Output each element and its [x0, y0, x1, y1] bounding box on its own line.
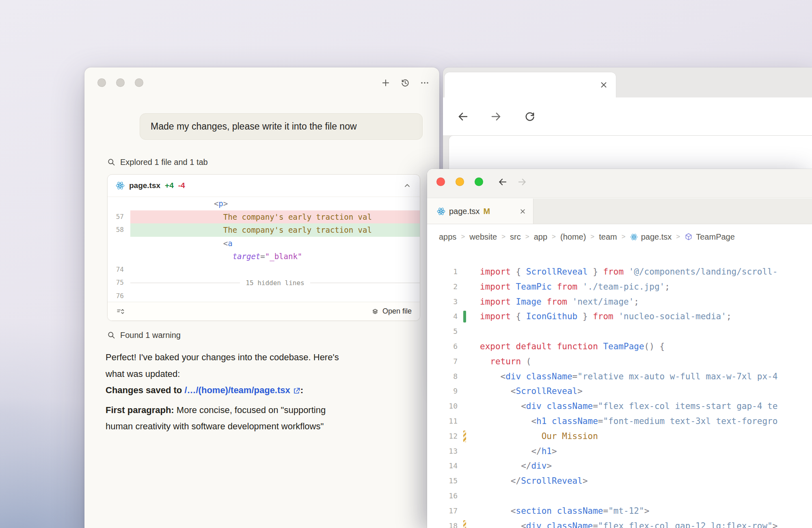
- claude-zoom-button[interactable]: [135, 78, 143, 87]
- history-button[interactable]: [400, 78, 410, 88]
- code-text: import { ScrollReveal } from '@/componen…: [480, 264, 777, 279]
- code-line: 17 <section className="mt-12">: [427, 504, 812, 519]
- line-number: 10: [427, 399, 458, 414]
- gutter: [458, 474, 480, 489]
- diff-card-header[interactable]: page.tsx +4 -4: [108, 175, 420, 197]
- response-line: what was updated:: [106, 366, 400, 383]
- editor-titlebar[interactable]: [427, 169, 812, 198]
- diff-line-code: The company's early traction val: [130, 223, 420, 237]
- diff-line: <p>: [108, 197, 420, 210]
- first-paragraph-label: First paragraph:: [106, 405, 174, 415]
- search-icon: [107, 158, 116, 167]
- browser-tab-close-button[interactable]: [599, 80, 609, 90]
- code-text: return (: [480, 354, 531, 369]
- editor-tab-bar: page.tsx M: [427, 199, 812, 224]
- search-icon: [107, 331, 116, 340]
- colon-suffix: :: [300, 385, 303, 395]
- modified-badge: M: [484, 207, 490, 216]
- back-icon: [497, 177, 508, 187]
- more-options-button[interactable]: [420, 78, 430, 88]
- code-line: 6export default function TeamPage() {: [427, 339, 812, 354]
- gutter: [458, 279, 480, 294]
- diff-line-code: [130, 263, 420, 277]
- open-file-label: Open file: [382, 307, 412, 316]
- code-text: export default function TeamPage() {: [480, 339, 665, 354]
- warning-row[interactable]: Found 1 warning: [107, 329, 181, 341]
- breadcrumb-separator: >: [590, 233, 594, 241]
- diff-card: page.tsx +4 -4 <p>57 The company's early…: [107, 174, 420, 321]
- editor-minimize-button[interactable]: [456, 177, 464, 186]
- line-number: 16: [427, 489, 458, 504]
- response-line: First paragraph: More concise, focused o…: [106, 402, 400, 419]
- explored-row[interactable]: Explored 1 file and 1 tab: [107, 156, 208, 168]
- line-number: 8: [427, 369, 458, 384]
- open-file-button[interactable]: Open file: [371, 307, 412, 316]
- breadcrumb-item-teampage[interactable]: TeamPage: [685, 232, 735, 242]
- code-text: import TeamPic from './team-pic.jpg';: [480, 279, 670, 294]
- diff-line-code: <a: [130, 237, 420, 250]
- breadcrumb-item-app[interactable]: app: [534, 232, 547, 242]
- code-line: 12 Our Mission: [427, 429, 812, 444]
- line-number: 4: [427, 309, 458, 324]
- breadcrumb-item-home[interactable]: (home): [560, 232, 586, 242]
- git-modified-marker: [463, 431, 466, 442]
- tab-close-button[interactable]: [519, 208, 527, 215]
- code-editor[interactable]: 1import { ScrollReveal } from '@/compone…: [427, 249, 812, 528]
- warning-label: Found 1 warning: [120, 331, 181, 340]
- back-icon: [457, 110, 469, 123]
- code-line: 16: [427, 489, 812, 504]
- claude-close-button[interactable]: [97, 78, 106, 87]
- breadcrumb-item-team[interactable]: team: [599, 232, 617, 242]
- code-line: 18 <div className="flex flex-col gap-12 …: [427, 519, 812, 528]
- code-text: </ScrollReveal>: [480, 474, 588, 489]
- diff-line: 74: [108, 263, 420, 277]
- breadcrumb-item-apps[interactable]: apps: [439, 232, 456, 242]
- editor-forward-button[interactable]: [517, 177, 527, 187]
- editor-close-button[interactable]: [436, 177, 445, 186]
- browser-reload-button[interactable]: [524, 110, 536, 123]
- collapse-diff-button[interactable]: [403, 181, 412, 190]
- diff-line-added: 58 The company's early traction val: [108, 223, 420, 237]
- diff-line-number: 75: [108, 276, 130, 290]
- git-modified-marker: [463, 520, 466, 528]
- gutter: [458, 294, 480, 309]
- editor-back-button[interactable]: [497, 177, 508, 187]
- claude-window: Made my changes, please write it into th…: [84, 67, 439, 528]
- browser-forward-button[interactable]: [490, 110, 502, 123]
- expand-diff-button[interactable]: [116, 307, 125, 316]
- user-message-text: Made my changes, please write it into th…: [151, 121, 357, 132]
- hidden-lines-content[interactable]: 15 hidden lines: [130, 276, 420, 290]
- editor-nav: [497, 177, 527, 187]
- code-text: import { IconGithub } from 'nucleo-socia…: [480, 309, 732, 324]
- window-controls: [436, 177, 483, 186]
- browser-tab[interactable]: [445, 72, 616, 97]
- diff-line-code: [130, 290, 420, 303]
- editor-tab[interactable]: page.tsx M: [427, 199, 533, 224]
- breadcrumb-item-src[interactable]: src: [510, 232, 521, 242]
- breadcrumb-separator: >: [501, 233, 505, 241]
- diff-line: <a: [108, 237, 420, 250]
- new-chat-button[interactable]: [381, 78, 391, 88]
- changes-saved-label: Changes saved to: [106, 385, 184, 395]
- close-icon: [599, 80, 609, 90]
- breadcrumb-separator: >: [622, 233, 626, 241]
- browser-tab-strip: [443, 67, 812, 97]
- claude-minimize-button[interactable]: [116, 78, 125, 87]
- breadcrumb-item-website[interactable]: website: [469, 232, 497, 242]
- gutter: [458, 324, 480, 339]
- external-link-icon: [293, 387, 300, 395]
- browser-back-button[interactable]: [457, 110, 469, 123]
- breadcrumb-item-page-tsx[interactable]: page.tsx: [630, 232, 672, 242]
- claude-titlebar[interactable]: [84, 67, 439, 98]
- response-line: Perfect! I've baked your changes into th…: [106, 349, 400, 366]
- react-icon: [437, 207, 445, 216]
- line-number: 5: [427, 324, 458, 339]
- line-number: 11: [427, 414, 458, 429]
- code-line: 15 </ScrollReveal>: [427, 474, 812, 489]
- gutter: [458, 504, 480, 519]
- editor-zoom-button[interactable]: [475, 177, 483, 186]
- saved-file-link[interactable]: /…/(home)/team/page.tsx: [184, 382, 300, 399]
- react-icon: [630, 233, 638, 241]
- editor-window: page.tsx M apps>website>src>app>(home)>t…: [427, 169, 812, 528]
- expand-lines-icon: [116, 307, 125, 316]
